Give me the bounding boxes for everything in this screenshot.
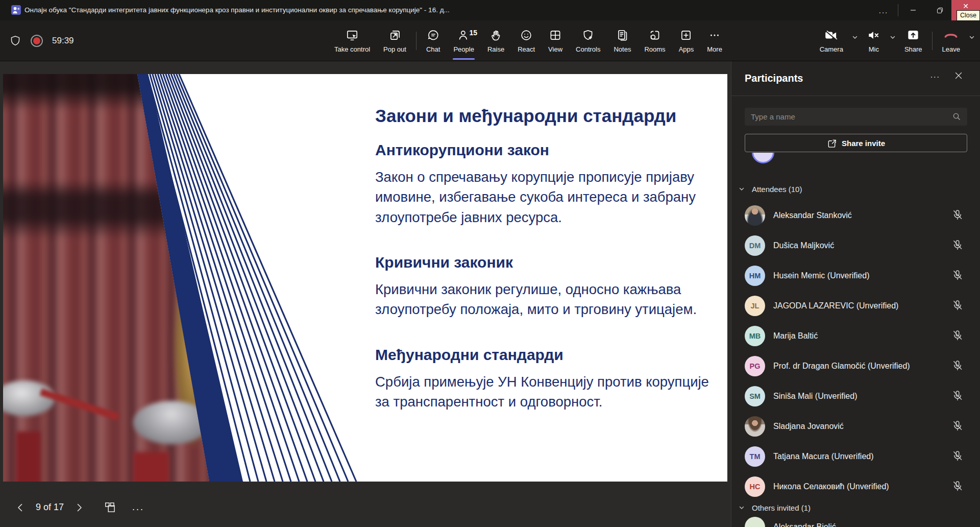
slide-section-body: Србија примењује УН Конвенцију против ко…	[375, 372, 712, 412]
list-item[interactable]: HM Husein Memic (Unverified)	[731, 260, 980, 291]
previous-slide-button[interactable]	[9, 502, 32, 513]
rooms-button[interactable]: Rooms	[638, 20, 672, 61]
slide-section-body: Закон о спречавању корупције прописује п…	[375, 167, 712, 227]
attendees-section-header[interactable]: Attendees (10)	[731, 183, 980, 195]
avatar-initials: TM	[745, 446, 765, 467]
view-icon	[549, 29, 562, 42]
list-item[interactable]: PG Prof. dr Dragan Glamočić (Unverified)	[731, 351, 980, 381]
share-button[interactable]: Share	[898, 20, 929, 61]
search-icon	[952, 112, 961, 121]
grid-view-button[interactable]	[104, 501, 117, 514]
share-screen-icon	[905, 29, 921, 42]
chevron-left-icon	[15, 502, 26, 513]
mic-menu-chevron[interactable]	[888, 13, 898, 61]
grid-view-icon	[104, 501, 117, 514]
mic-off-icon[interactable]	[951, 299, 964, 312]
slide-title: Закони и међународни стандарди	[375, 106, 712, 126]
leave-button[interactable]: Leave	[936, 20, 967, 61]
minimize-icon	[910, 7, 916, 13]
list-item[interactable]: DM Dušica Maljković	[731, 230, 980, 260]
avatar-initials: MB	[745, 326, 765, 346]
mic-off-icon[interactable]	[951, 420, 964, 432]
next-slide-button[interactable]	[68, 502, 90, 513]
close-icon	[954, 71, 963, 80]
chat-button[interactable]: Chat	[420, 20, 447, 61]
attendees-list: Aleksandar Stanković DM Dušica Maljković…	[731, 200, 980, 501]
slide-navigation-bar: 9 of 17 ...	[0, 488, 731, 527]
list-item[interactable]: JL JAGODA LAZAREVIC (Unverified)	[731, 291, 980, 321]
participants-more-button[interactable]: ...	[930, 70, 940, 80]
share-invite-button[interactable]: Share invite	[745, 134, 967, 152]
titlebar-divider	[898, 4, 898, 16]
list-item[interactable]: SM Siniša Mali (Unverified)	[731, 381, 980, 411]
participants-panel-header: Participants ...	[731, 61, 980, 96]
react-icon	[520, 29, 533, 42]
people-button[interactable]: 15 People	[447, 20, 480, 61]
meeting-toolbar: 59:39 Take control Pop out Chat	[0, 20, 980, 61]
list-item[interactable]: TM Tatjana Macura (Unverified)	[731, 441, 980, 471]
avatar-photo	[745, 205, 765, 226]
mic-button[interactable]: Mic	[860, 20, 888, 61]
avatar-initials: DM	[745, 235, 765, 256]
presentation-stage: Закони и међународни стандарди Антикоруп…	[0, 61, 731, 527]
view-button[interactable]: View	[542, 20, 569, 61]
pop-out-button[interactable]: Pop out	[377, 20, 413, 61]
toolbar-center-buttons: Take control Pop out Chat 15 People	[328, 20, 729, 61]
apps-button[interactable]: Apps	[672, 20, 701, 61]
controls-button[interactable]: Controls	[569, 20, 607, 61]
list-item-partial[interactable]: Aleksandar Bjelić	[731, 517, 980, 527]
others-invited-section-header[interactable]: Others invited (1)	[731, 501, 980, 514]
slide-section-body: Кривични законик регулише, односно кажња…	[375, 279, 712, 320]
list-item[interactable]: Aleksandar Stanković	[731, 200, 980, 230]
mic-off-icon[interactable]	[951, 239, 964, 251]
slide-section-heading: Антикорупциони закон	[375, 141, 712, 159]
chat-icon	[427, 29, 440, 42]
participants-close-button[interactable]	[954, 71, 963, 80]
teams-app-icon	[11, 5, 21, 15]
mic-off-icon[interactable]	[951, 209, 964, 221]
close-tooltip: Close	[957, 10, 980, 21]
slide-text-block: Закони и међународни стандарди Антикоруп…	[375, 106, 712, 412]
mic-off-icon[interactable]	[951, 269, 964, 281]
slide-page-indicator: 9 of 17	[36, 502, 64, 513]
list-item[interactable]: HC Никола Селаковић (Unverified)	[731, 471, 980, 501]
slide-more-options-button[interactable]: ...	[132, 502, 144, 513]
recording-indicator	[31, 35, 43, 47]
mic-off-icon[interactable]	[951, 450, 964, 462]
slide-section-heading: Кривични законик	[375, 254, 712, 271]
search-input[interactable]	[745, 112, 952, 121]
mic-off-icon[interactable]	[951, 480, 964, 492]
maximize-button[interactable]	[928, 0, 951, 20]
meeting-status-group: 59:39	[9, 20, 74, 61]
participants-title: Participants	[745, 73, 803, 84]
take-control-button[interactable]: Take control	[328, 20, 377, 61]
notes-button[interactable]: Notes	[607, 20, 638, 61]
mic-off-icon[interactable]	[951, 329, 964, 342]
camera-menu-chevron[interactable]	[850, 13, 860, 61]
participant-search	[745, 108, 967, 126]
list-item[interactable]: Sladjana Jovanović	[731, 411, 980, 441]
slide-section-heading: Међународни стандарди	[375, 346, 712, 364]
toolbar-right-buttons: Camera Mic Share Leave	[813, 20, 977, 61]
list-item[interactable]: MB Marija Baltić	[731, 321, 980, 351]
shared-slide: Закони и међународни стандарди Антикоруп…	[3, 74, 727, 482]
participants-panel: Participants ... Share invite Attendees …	[731, 61, 980, 527]
avatar-initials: JL	[745, 296, 765, 316]
raise-hand-button[interactable]: Raise	[481, 20, 511, 61]
meeting-timer: 59:39	[52, 36, 74, 46]
avatar-initials: SM	[745, 386, 765, 406]
chevron-down-icon	[739, 186, 745, 192]
avatar-initials	[745, 517, 765, 527]
minimize-button[interactable]	[901, 0, 925, 20]
leave-call-icon	[942, 29, 960, 42]
more-button[interactable]: More	[700, 20, 729, 61]
avatar-initials: HM	[745, 266, 765, 286]
camera-button[interactable]: Camera	[813, 20, 850, 61]
notes-icon	[616, 29, 629, 42]
chevron-down-icon	[739, 505, 745, 511]
chevron-right-icon	[74, 502, 84, 513]
mic-off-icon[interactable]	[951, 360, 964, 372]
mic-off-icon[interactable]	[951, 390, 964, 402]
window-title: Онлајн обука "Стандарди интегритета јавн…	[24, 6, 450, 14]
react-button[interactable]: React	[511, 20, 542, 61]
